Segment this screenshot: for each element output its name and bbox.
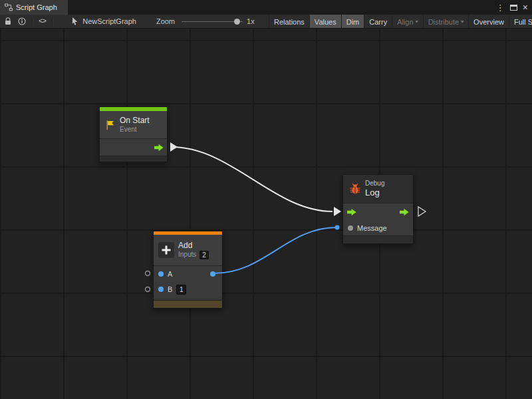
cursor-icon	[72, 17, 78, 25]
zoom-value: 1x	[247, 17, 255, 25]
log-output-marker[interactable]	[418, 207, 426, 216]
node-subtitle: Event	[120, 126, 150, 134]
graph-breadcrumb[interactable]: NewScriptGraph	[72, 17, 136, 25]
toolbar-separator	[52, 17, 53, 26]
toolbar-buttons: Relations Values Dim Carry Align ▾ Distr…	[269, 15, 532, 29]
close-icon[interactable]: ×	[523, 3, 528, 12]
node-title: On Start	[120, 116, 150, 125]
wire-onstart-to-log[interactable]	[172, 147, 332, 211]
distribute-button[interactable]: Distribute ▾	[423, 15, 468, 29]
port-label: Message	[357, 224, 387, 232]
values-button[interactable]: Values	[309, 15, 341, 29]
output-port-sum[interactable]	[210, 271, 215, 277]
debug-header: Debug Log	[343, 175, 413, 203]
node-kind: Debug	[365, 180, 384, 188]
maximize-icon[interactable]	[510, 5, 517, 11]
window-controls: ⋮ ×	[496, 0, 532, 15]
wire-start-arrowhead	[170, 142, 178, 152]
flow-input-port[interactable]	[347, 208, 356, 216]
add-option-port-a[interactable]	[146, 271, 150, 276]
relations-button[interactable]: Relations	[269, 15, 309, 29]
debug-message-row: Message	[343, 221, 413, 235]
align-label: Align	[397, 18, 413, 26]
zoom-slider[interactable]	[182, 18, 243, 25]
node-debug-log[interactable]: Debug Log Message	[342, 174, 414, 244]
on-start-header: On Start Event	[100, 111, 167, 138]
message-input-port[interactable]	[348, 225, 353, 231]
tab-title: Script Graph	[16, 3, 57, 11]
toolbar-separator	[32, 17, 33, 26]
wire-message-endpoint	[335, 225, 340, 230]
fullscreen-button[interactable]: Full S	[509, 15, 532, 29]
port-label: B	[168, 285, 172, 293]
node-title: Log	[365, 188, 384, 198]
wire-end-arrowhead	[334, 207, 341, 216]
on-start-output-row	[100, 138, 167, 156]
plus-icon	[158, 242, 174, 258]
input-port-b[interactable]	[158, 287, 164, 292]
debug-flow-row	[343, 203, 413, 221]
node-footer	[343, 235, 413, 243]
graph-toolbar: <> NewScriptGraph Zoom 1x Relations Valu…	[0, 15, 532, 29]
graph-icon	[5, 3, 13, 11]
add-header: Add Inputs 2	[154, 235, 222, 265]
chevron-down-icon: ▾	[461, 19, 464, 25]
add-port-row-b: B 1	[154, 281, 222, 297]
info-icon[interactable]	[18, 17, 26, 25]
inputs-label: Inputs	[178, 251, 196, 259]
chevron-down-icon: ▾	[416, 19, 418, 25]
port-label: A	[168, 270, 172, 278]
inputs-count-field[interactable]: 2	[200, 251, 209, 259]
add-option-port-b[interactable]	[146, 287, 150, 292]
add-port-row-a: A	[154, 265, 222, 281]
script-graph-window: Script Graph ⋮ × <>	[0, 0, 532, 399]
flow-output-port[interactable]	[400, 208, 409, 216]
overview-button[interactable]: Overview	[468, 15, 509, 29]
code-icon[interactable]: <>	[39, 17, 46, 25]
lock-icon[interactable]	[5, 17, 11, 25]
port-b-value-field[interactable]: 1	[176, 285, 186, 295]
node-title: Add	[178, 241, 209, 250]
zoom-slider-knob[interactable]	[234, 19, 240, 25]
wires-layer	[0, 29, 532, 399]
distribute-label: Distribute	[428, 18, 459, 26]
tab-script-graph[interactable]: Script Graph	[0, 0, 68, 15]
wire-add-to-message[interactable]	[214, 227, 336, 273]
menu-icon[interactable]: ⋮	[496, 3, 505, 13]
align-button[interactable]: Align ▾	[392, 15, 422, 29]
input-port-a[interactable]	[158, 271, 164, 277]
graph-name: NewScriptGraph	[82, 17, 136, 25]
flag-icon	[105, 120, 116, 130]
graph-canvas[interactable]: On Start Event Debug	[0, 29, 532, 399]
dim-button[interactable]: Dim	[341, 15, 364, 29]
bug-icon	[349, 183, 361, 195]
node-footer	[154, 300, 222, 308]
zoom-label: Zoom	[156, 17, 175, 25]
node-on-start[interactable]: On Start Event	[99, 106, 168, 162]
node-add[interactable]: Add Inputs 2 A B 1	[153, 231, 223, 309]
titlebar: Script Graph ⋮ ×	[0, 0, 532, 15]
node-footer	[100, 156, 167, 162]
flow-output-port[interactable]	[154, 144, 164, 152]
carry-button[interactable]: Carry	[364, 15, 392, 29]
